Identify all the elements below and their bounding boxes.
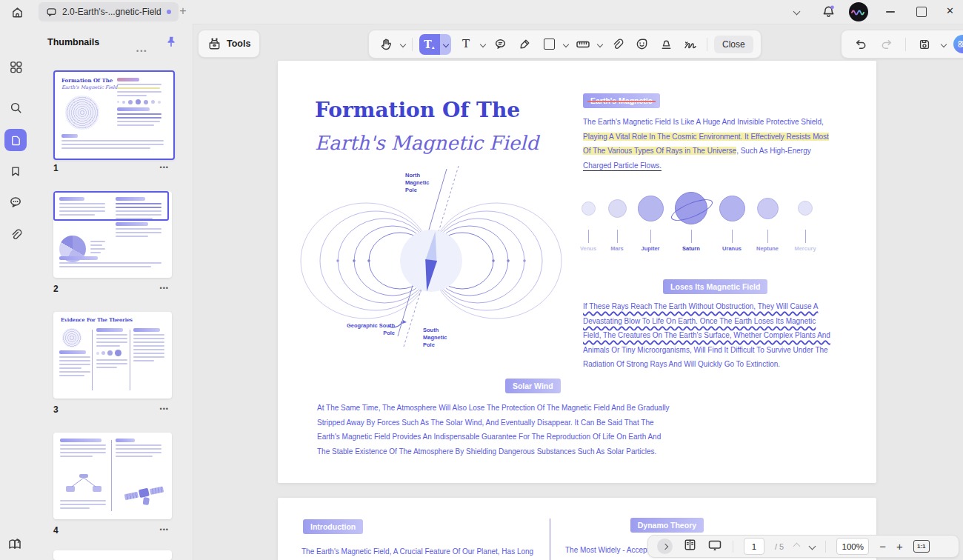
thumb3-divider2 [130, 330, 130, 390]
attach-file-button[interactable] [607, 35, 627, 54]
paragraph-earths-magnetic[interactable]: The Earth's Magnetic Field Is Like A Hug… [583, 118, 820, 176]
thumb4-tree-diagram [63, 474, 104, 493]
maximize-button[interactable] [916, 7, 927, 17]
minimize-button[interactable] [886, 11, 895, 13]
badge-text: Loses Its Magnetic Field [670, 282, 760, 291]
ai-assistant-button[interactable] [953, 35, 963, 53]
page-thumbnail-3[interactable]: Evidence For The Theories [53, 312, 172, 399]
comment-tool-button[interactable] [490, 35, 510, 54]
planet-mercury: Mercury [787, 192, 823, 252]
grid-icon [9, 60, 23, 74]
panel-drag-handle[interactable]: ••• [136, 47, 147, 55]
thumb3-diagram [62, 328, 81, 347]
dynamo-theory-badge[interactable]: Dynamo Theory [630, 518, 704, 533]
user-avatar[interactable] [849, 2, 868, 21]
sticker-smiley-icon [635, 37, 649, 51]
panel-title: Thumbnails [47, 37, 99, 47]
badge-text: Introduction [310, 522, 356, 531]
reading-mode-button[interactable] [683, 538, 697, 555]
insert-text-tool-button-active[interactable]: T▲ [419, 34, 440, 55]
close-annotate-button[interactable]: Close [714, 36, 753, 53]
thumb-menu-button[interactable]: ••• [160, 405, 169, 413]
save-chevron-icon[interactable] [941, 41, 947, 47]
apps-grid-button[interactable] [7, 58, 24, 76]
page-number: 1 [53, 163, 59, 173]
notifications-button[interactable] [821, 4, 836, 22]
badge-text: Solar Wind [513, 381, 553, 390]
new-tab-button[interactable]: + [176, 4, 190, 18]
hand-tool-button[interactable] [376, 35, 396, 54]
loses-magnetic-field-badge[interactable]: Loses Its Magnetic Field [663, 279, 767, 294]
save-button[interactable] [915, 35, 934, 54]
home-button[interactable] [7, 3, 27, 21]
thumb-menu-button[interactable]: ••• [160, 526, 169, 533]
page-thumbnail-5[interactable] [53, 550, 172, 560]
thumbnails-panel: ••• Thumbnails Formation Of The Earth's … [31, 24, 193, 560]
document-tab[interactable]: 2.0-Earth's-...gnetic-Field [39, 2, 179, 21]
stamp-tool-button[interactable] [656, 35, 676, 54]
thumbnails-panel-button-active[interactable] [4, 129, 27, 151]
zoom-level-input[interactable]: 100% [836, 538, 869, 555]
hand-tool-chevron-icon[interactable] [400, 41, 406, 47]
document-page-1: Formation Of The Earth's Magnetic Field … [278, 61, 876, 483]
dynamo-theory-text[interactable]: The Most Widely - Accepted [565, 546, 658, 554]
flip-pages-icon [7, 536, 23, 553]
zoom-in-button[interactable]: + [896, 541, 903, 552]
tab-title: 2.0-Earth's-...gnetic-Field [62, 7, 161, 17]
signature-tool-button[interactable] [681, 35, 700, 54]
bookmarks-button[interactable] [7, 162, 24, 180]
page-flip-button[interactable] [6, 536, 24, 553]
measure-tool-button[interactable] [573, 35, 593, 54]
actual-size-button[interactable]: 1:1 [913, 540, 930, 553]
text-tool-button[interactable]: T [456, 35, 476, 54]
page-thumbnail-2[interactable] [53, 191, 172, 278]
statusbar-divider [825, 541, 826, 553]
collapse-bar-button[interactable] [657, 539, 673, 554]
earths-magnetic-badge[interactable]: Earth's Magnetic [583, 93, 660, 108]
undo-icon [853, 37, 867, 51]
presentation-mode-button[interactable] [707, 538, 722, 556]
tabs-chevron-icon[interactable] [793, 8, 801, 16]
introduction-text[interactable]: The Earth's Magnetic Field, A Crucial Fe… [301, 547, 533, 556]
page-thumbnail-4[interactable] [53, 433, 172, 519]
paragraph-solar-wind[interactable]: At The Same Time, The Atmosphere Will Al… [317, 404, 673, 461]
undo-button[interactable] [850, 35, 870, 54]
attachments-button[interactable] [7, 226, 24, 244]
previous-page-button[interactable] [793, 543, 801, 550]
comments-button[interactable] [7, 193, 24, 211]
text-tool-chevron-icon[interactable] [480, 41, 486, 47]
ai-atom-icon [956, 38, 963, 50]
window-close-button[interactable]: ✕ [946, 5, 954, 16]
sticker-tool-button[interactable] [632, 35, 651, 54]
search-button[interactable] [7, 99, 24, 116]
insert-text-tool-dropdown-button[interactable] [440, 34, 451, 55]
paragraph-loses-field[interactable]: If These Rays Reach The Earth Without Ob… [583, 302, 820, 375]
page-number: 4 [53, 525, 59, 536]
redo-button-disabled[interactable] [877, 35, 896, 54]
next-page-button[interactable] [809, 543, 816, 550]
thumb-menu-button[interactable]: ••• [160, 164, 169, 171]
introduction-badge[interactable]: Introduction [303, 519, 363, 534]
book-icon [683, 538, 697, 552]
thumb3-divider1 [92, 330, 93, 390]
page-thumbnail-1[interactable]: Formation Of The Earth's Magnetic Field [53, 70, 175, 160]
thumb3-col3 [133, 328, 164, 364]
zoom-out-button[interactable]: − [879, 541, 886, 552]
shape-tool-chevron-icon[interactable] [563, 41, 569, 47]
hand-icon [379, 37, 393, 51]
pin-icon [164, 35, 178, 48]
page-number-input[interactable]: 1 [744, 538, 764, 555]
thumb-menu-button[interactable]: ••• [160, 284, 169, 292]
thumb3-title: Evidence For The Theories [61, 317, 133, 323]
tools-button[interactable]: Tools [198, 30, 260, 58]
shape-tool-button[interactable] [539, 35, 559, 54]
thumb1-title-line2: Earth's Magnetic Field [61, 84, 118, 90]
highlighter-pen-button[interactable] [515, 35, 534, 54]
solar-wind-badge[interactable]: Solar Wind [505, 379, 561, 393]
doc-title-line2[interactable]: Earth's Magnetic Field [315, 132, 539, 154]
viewport-indicator[interactable] [53, 191, 169, 221]
doc-title-line1[interactable]: Formation Of The [315, 98, 520, 122]
toolbar-divider [905, 38, 906, 51]
pin-panel-button[interactable] [164, 35, 178, 51]
measure-tool-chevron-icon[interactable] [597, 41, 603, 47]
